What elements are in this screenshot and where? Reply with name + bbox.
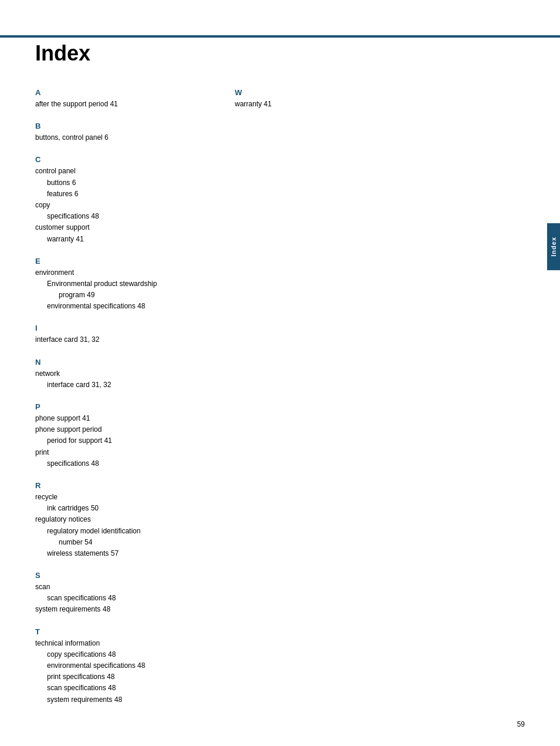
left-column: Aafter the support period 41Bbuttons, co… <box>35 88 211 717</box>
entry-line: interface card 31, 32 <box>35 379 211 391</box>
entry-line: wireless statements 57 <box>35 548 211 559</box>
section-letter: W <box>235 88 531 97</box>
entry-line: buttons 6 <box>35 177 211 189</box>
content-area: Aafter the support period 41Bbuttons, co… <box>35 88 531 717</box>
index-section-w: Wwarranty 41 <box>235 88 531 110</box>
entry-line: scan <box>35 582 211 593</box>
section-letter: E <box>35 257 211 266</box>
entry-line: buttons, control panel 6 <box>35 132 211 143</box>
entry-line: environmental specifications 48 <box>35 301 211 312</box>
entry-line: recycle <box>35 492 211 503</box>
entry-line: system requirements 48 <box>35 604 211 615</box>
section-letter: C <box>35 155 211 164</box>
entry-line: environmental specifications 48 <box>35 660 211 671</box>
entry-line: period for support 41 <box>35 435 211 446</box>
section-letter: R <box>35 481 211 490</box>
entry-line: copy <box>35 200 211 211</box>
index-section-t: Ttechnical informationcopy specification… <box>35 627 211 705</box>
entry-line: regulatory model identification <box>35 526 211 537</box>
page-title: Index <box>35 41 90 66</box>
index-section-s: Sscanscan specifications 48system requir… <box>35 571 211 616</box>
entry-line: technical information <box>35 638 211 649</box>
index-section-r: Rrecycleink cartridges 50regulatory noti… <box>35 481 211 559</box>
index-section-b: Bbuttons, control panel 6 <box>35 122 211 143</box>
section-letter: I <box>35 324 211 332</box>
entry-line: number 54 <box>35 537 211 548</box>
index-section-i: Iinterface card 31, 32 <box>35 324 211 345</box>
entry-line: warranty 41 <box>35 234 211 245</box>
section-letter: B <box>35 122 211 130</box>
entry-line: ink cartridges 50 <box>35 503 211 514</box>
section-letter: A <box>35 88 211 97</box>
entry-line: print <box>35 447 211 458</box>
entry-line: control panel <box>35 166 211 177</box>
entry-line: features 6 <box>35 189 211 200</box>
entry-line: copy specifications 48 <box>35 649 211 660</box>
entry-line: warranty 41 <box>235 99 531 110</box>
entry-line: specifications 48 <box>35 458 211 469</box>
entry-line: customer support <box>35 222 211 233</box>
index-section-e: EenvironmentEnvironmental product stewar… <box>35 257 211 312</box>
entry-line: scan specifications 48 <box>35 683 211 694</box>
section-letter: S <box>35 571 211 580</box>
page-number: 59 <box>517 720 525 728</box>
index-section-c: Ccontrol panelbuttons 6features 6copyspe… <box>35 155 211 244</box>
entry-line: specifications 48 <box>35 211 211 222</box>
right-column: Wwarranty 41 <box>235 88 531 717</box>
index-section-a: Aafter the support period 41 <box>35 88 211 110</box>
entry-line: regulatory notices <box>35 514 211 525</box>
index-section-n: Nnetworkinterface card 31, 32 <box>35 358 211 391</box>
entry-line: after the support period 41 <box>35 99 211 110</box>
entry-line: interface card 31, 32 <box>35 334 211 345</box>
entry-line: print specifications 48 <box>35 671 211 683</box>
section-letter: T <box>35 627 211 636</box>
entry-line: phone support 41 <box>35 413 211 424</box>
section-letter: P <box>35 402 211 411</box>
entry-line: program 49 <box>35 290 211 301</box>
entry-line: phone support period <box>35 424 211 435</box>
entry-line: system requirements 48 <box>35 694 211 705</box>
top-rule <box>0 35 560 38</box>
page: Index Index Aafter the support period 41… <box>0 0 560 746</box>
entry-line: network <box>35 368 211 379</box>
index-section-p: Pphone support 41phone support periodper… <box>35 402 211 469</box>
sidebar-tab-label: Index <box>550 237 557 257</box>
entry-line: scan specifications 48 <box>35 593 211 604</box>
entry-line: Environmental product stewardship <box>35 278 211 290</box>
sidebar-tab: Index <box>547 223 560 270</box>
entry-line: environment <box>35 267 211 278</box>
section-letter: N <box>35 358 211 367</box>
